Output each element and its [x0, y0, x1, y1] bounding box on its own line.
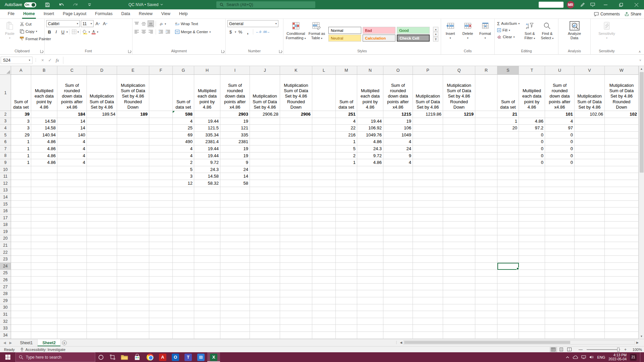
cell-N11[interactable]	[357, 173, 383, 180]
col-header-H[interactable]: H	[194, 66, 220, 75]
cell-P15[interactable]	[413, 201, 443, 208]
cell-C21[interactable]	[57, 242, 87, 249]
cell-B26[interactable]	[31, 277, 57, 284]
cell-N15[interactable]	[357, 201, 383, 208]
cell-L33[interactable]	[312, 325, 336, 332]
cell-T20[interactable]	[519, 235, 545, 242]
col-header-A[interactable]: A	[11, 66, 31, 75]
row-header-34[interactable]: 34	[0, 332, 11, 339]
cell-S24[interactable]	[497, 263, 519, 270]
cell-T16[interactable]	[519, 207, 545, 215]
cell-M26[interactable]	[336, 277, 357, 284]
cell-A8[interactable]: 1	[11, 153, 31, 160]
cell-J17[interactable]	[250, 215, 280, 222]
cell-H25[interactable]	[194, 270, 220, 277]
cell-N1[interactable]: Multiplied each data point by 4.86	[357, 75, 383, 111]
cell-G23[interactable]	[173, 256, 194, 263]
cell-U20[interactable]	[545, 235, 575, 242]
cell-T26[interactable]	[519, 277, 545, 284]
cell-D34[interactable]	[87, 332, 117, 339]
cell-B3[interactable]: 14.58	[31, 118, 57, 125]
orientation-dropdown-icon[interactable]: ▾	[165, 22, 166, 25]
col-header-W[interactable]: W	[605, 66, 639, 75]
cell-A25[interactable]	[11, 270, 31, 277]
cell-B15[interactable]	[31, 201, 57, 208]
cell-W2[interactable]: 102	[605, 111, 639, 118]
row-header-31[interactable]: 31	[0, 311, 11, 318]
cell-P27[interactable]	[413, 284, 443, 291]
cell-W28[interactable]	[605, 290, 639, 297]
cell-L34[interactable]	[312, 332, 336, 339]
cell-M10[interactable]	[336, 166, 357, 173]
cell-B2[interactable]	[31, 111, 57, 118]
cell-I28[interactable]	[220, 290, 250, 297]
cell-E16[interactable]	[117, 207, 149, 215]
cell-Q21[interactable]	[443, 242, 475, 249]
cell-C19[interactable]	[57, 228, 87, 235]
cell-D4[interactable]	[87, 125, 117, 132]
task-view-button[interactable]	[107, 352, 118, 362]
merge-center-button[interactable]: Merge & Center▾	[174, 28, 212, 35]
cell-J26[interactable]	[250, 277, 280, 284]
cell-O8[interactable]: 9	[383, 153, 413, 160]
insert-cells-button[interactable]: Insert▾	[442, 20, 459, 49]
cell-A21[interactable]	[11, 242, 31, 249]
row-header-20[interactable]: 20	[0, 235, 11, 242]
cell-U2[interactable]: 101	[545, 111, 575, 118]
cell-J1[interactable]: Mutiplication Sum of Data Set by 4.86	[250, 75, 280, 111]
cell-F31[interactable]	[149, 311, 173, 318]
cell-V4[interactable]	[575, 125, 605, 132]
cell-V17[interactable]	[575, 215, 605, 222]
scroll-right-icon[interactable]: ▶	[636, 341, 639, 344]
cell-Q9[interactable]	[443, 159, 475, 166]
cell-J34[interactable]	[250, 332, 280, 339]
cell-O21[interactable]	[383, 242, 413, 249]
font-size-combo[interactable]: 11▾	[81, 20, 94, 27]
accessibility-status[interactable]: Accessibility: Investigate	[20, 348, 65, 352]
cell-Q15[interactable]	[443, 201, 475, 208]
cell-S12[interactable]	[497, 180, 519, 187]
cell-R5[interactable]	[475, 132, 497, 139]
cell-O3[interactable]: 19	[383, 118, 413, 125]
cell-S25[interactable]	[497, 270, 519, 277]
cell-Q5[interactable]	[443, 132, 475, 139]
cell-O7[interactable]: 24	[383, 145, 413, 153]
cell-R23[interactable]	[475, 256, 497, 263]
style-normal[interactable]: Normal	[328, 27, 361, 34]
cell-B1[interactable]: Multiplied each data point by 4.86	[31, 75, 57, 111]
cell-B9[interactable]: 4.86	[31, 159, 57, 166]
cell-V31[interactable]	[575, 311, 605, 318]
cell-N16[interactable]	[357, 207, 383, 215]
col-header-I[interactable]: I	[220, 66, 250, 75]
cell-W18[interactable]	[605, 222, 639, 229]
cell-C27[interactable]	[57, 284, 87, 291]
cell-F5[interactable]	[149, 132, 173, 139]
cell-Q27[interactable]	[443, 284, 475, 291]
cell-C30[interactable]	[57, 304, 87, 311]
cell-C26[interactable]	[57, 277, 87, 284]
cell-U24[interactable]	[545, 263, 575, 270]
cell-D18[interactable]	[87, 222, 117, 229]
cell-A12[interactable]	[11, 180, 31, 187]
cell-H12[interactable]: 58.32	[194, 180, 220, 187]
increase-decimal-icon[interactable]: ←.0	[255, 28, 262, 35]
cell-D22[interactable]	[87, 249, 117, 256]
cell-F18[interactable]	[149, 222, 173, 229]
cell-Q10[interactable]	[443, 166, 475, 173]
cell-I18[interactable]	[220, 222, 250, 229]
cell-U3[interactable]: 4	[545, 118, 575, 125]
cell-M6[interactable]: 1	[336, 138, 357, 145]
cell-S5[interactable]	[497, 132, 519, 139]
cell-A18[interactable]	[11, 222, 31, 229]
cell-T23[interactable]	[519, 256, 545, 263]
col-header-U[interactable]: U	[545, 66, 575, 75]
cell-F23[interactable]	[149, 256, 173, 263]
cell-K24[interactable]	[280, 263, 312, 270]
cell-W5[interactable]	[605, 132, 639, 139]
save-icon[interactable]	[42, 0, 52, 9]
cell-B19[interactable]	[31, 228, 57, 235]
cell-L13[interactable]	[312, 187, 336, 194]
cell-U10[interactable]	[545, 166, 575, 173]
cell-R7[interactable]	[475, 145, 497, 153]
cell-I4[interactable]: 121	[220, 125, 250, 132]
